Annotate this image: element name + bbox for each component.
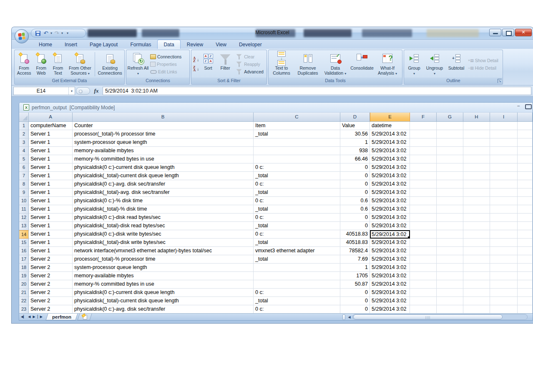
ungroup-button[interactable]: Ungroup▾	[424, 51, 445, 78]
cell-D22[interactable]: 0	[340, 297, 370, 305]
cell-F12[interactable]	[410, 214, 437, 222]
row-header-21[interactable]: 21	[19, 289, 29, 297]
cell-D21[interactable]: 0	[340, 289, 370, 297]
row-header-2[interactable]: 2	[19, 130, 29, 138]
column-header-D[interactable]: D	[340, 113, 370, 122]
cell-I14[interactable]	[490, 230, 518, 239]
undo-dropdown[interactable]: ▾	[50, 31, 52, 35]
cell-C10[interactable]: 0 c:	[254, 197, 340, 205]
minimize-button[interactable]	[489, 29, 501, 36]
consolidate-button[interactable]: » Consolidate	[349, 51, 375, 78]
cell-I1[interactable]	[490, 122, 518, 130]
cell-H22[interactable]	[463, 297, 490, 305]
cell-I11[interactable]	[490, 205, 518, 214]
cell-H10[interactable]	[463, 197, 490, 205]
cell-A9[interactable]: Server 1	[29, 188, 73, 197]
row-header-20[interactable]: 20	[19, 280, 29, 289]
cell-D12[interactable]: 0	[340, 214, 370, 222]
horizontal-scrollbar[interactable]: ||||	[352, 314, 528, 320]
row-header-9[interactable]: 9	[19, 188, 29, 197]
scroll-left-button[interactable]: ◀	[346, 314, 352, 320]
row-header-23[interactable]: 23	[19, 305, 29, 313]
cell-H18[interactable]	[463, 264, 490, 272]
prev-sheet-button[interactable]: ◀	[28, 315, 30, 319]
cell-C18[interactable]	[254, 264, 340, 272]
cell-A22[interactable]: Server 2	[29, 297, 73, 305]
cell-G2[interactable]	[437, 130, 463, 138]
cell-G23[interactable]	[437, 305, 463, 313]
cell-A4[interactable]: Server 1	[29, 147, 73, 155]
cell-G7[interactable]	[437, 172, 463, 180]
cell-H9[interactable]	[463, 188, 490, 197]
cell-E15[interactable]: 5/29/2014 3:02	[370, 239, 410, 247]
cell-B20[interactable]: memory-% committed bytes in use	[73, 280, 254, 289]
cell-B10[interactable]: physicaldisk(0 c:)-% disk time	[73, 197, 254, 205]
ribbon-tab-home[interactable]: Home	[33, 40, 58, 49]
row-header-7[interactable]: 7	[19, 172, 29, 180]
cell-E9[interactable]: 5/29/2014 3:02	[370, 188, 410, 197]
cell-C12[interactable]: 0 c:	[254, 214, 340, 222]
row-header-6[interactable]: 6	[19, 163, 29, 172]
cell-I13[interactable]	[490, 222, 518, 230]
cell-E11[interactable]: 5/29/2014 3:02	[370, 205, 410, 214]
cell-A18[interactable]: Server 2	[29, 264, 73, 272]
cell-H3[interactable]	[463, 138, 490, 147]
cell-E17[interactable]: 5/29/2014 3:02	[370, 255, 410, 264]
cell-F3[interactable]	[410, 138, 437, 147]
restore-button[interactable]	[502, 29, 514, 36]
cell-D7[interactable]: 0	[340, 172, 370, 180]
redo-button[interactable]: ↷	[53, 30, 60, 37]
cell-C9[interactable]: _total	[254, 188, 340, 197]
cell-D14[interactable]: 40518.83	[340, 230, 370, 239]
cell-F1[interactable]	[410, 122, 437, 130]
cell-A2[interactable]: Server 1	[29, 130, 73, 138]
column-header-E[interactable]: E	[370, 113, 410, 122]
cell-H4[interactable]	[463, 147, 490, 155]
cell-F22[interactable]	[410, 297, 437, 305]
cell-B22[interactable]: physicaldisk(_total)-current disk queue …	[73, 297, 254, 305]
cell-E8[interactable]: 5/29/2014 3:02	[370, 180, 410, 188]
filter-button[interactable]: Filter	[216, 51, 234, 78]
cell-H23[interactable]	[463, 305, 490, 313]
cell-F15[interactable]	[410, 239, 437, 247]
cell-C11[interactable]: _total	[254, 205, 340, 214]
cell-B12[interactable]: physicaldisk(0 c:)-disk read bytes/sec	[73, 214, 254, 222]
cell-A12[interactable]: Server 1	[29, 214, 73, 222]
cell-C15[interactable]: _total	[254, 239, 340, 247]
cell-G22[interactable]	[437, 297, 463, 305]
cell-E2[interactable]: 5/29/2014 3:02	[370, 130, 410, 138]
dialog-launcher-icon[interactable]	[498, 79, 502, 83]
cell-E20[interactable]: 5/29/2014 3:02	[370, 280, 410, 289]
cell-F8[interactable]	[410, 180, 437, 188]
cell-A6[interactable]: Server 1	[29, 163, 73, 172]
cell-E22[interactable]: 5/29/2014 3:02	[370, 297, 410, 305]
formula-input[interactable]: 5/29/2014 3:02:10 AM	[103, 87, 531, 95]
cell-G16[interactable]	[437, 247, 463, 255]
cell-A16[interactable]: Server 1	[29, 247, 73, 255]
show-detail-button[interactable]: +▤ Show Detail	[468, 57, 498, 64]
cell-H12[interactable]	[463, 214, 490, 222]
cell-G18[interactable]	[437, 264, 463, 272]
cell-E1[interactable]: datetime	[370, 122, 410, 130]
cell-G19[interactable]	[437, 272, 463, 280]
cell-I7[interactable]	[490, 172, 518, 180]
cell-G17[interactable]	[437, 255, 463, 264]
cell-C20[interactable]	[254, 280, 340, 289]
insert-function-button[interactable]: fx	[91, 88, 102, 94]
cell-I3[interactable]	[490, 138, 518, 147]
ribbon-tab-developer[interactable]: Developer	[233, 40, 268, 49]
reapply-button[interactable]: Reapply	[235, 61, 264, 68]
cell-C8[interactable]: 0 c:	[254, 180, 340, 188]
cell-B14[interactable]: physicaldisk(0 c:)-disk write bytes/sec	[73, 230, 254, 239]
from-access-button[interactable]: From Access	[15, 51, 33, 78]
insert-worksheet-button[interactable]	[77, 314, 92, 320]
cell-C23[interactable]: 0 c:	[254, 305, 340, 313]
doc-minimize-button[interactable]: −	[513, 103, 524, 110]
cell-G13[interactable]	[437, 222, 463, 230]
row-header-14[interactable]: 14	[19, 230, 29, 239]
advanced-filter-button[interactable]: Advanced	[235, 68, 264, 75]
cell-E19[interactable]: 5/29/2014 3:02	[370, 272, 410, 280]
cell-H13[interactable]	[463, 222, 490, 230]
sheet-tab-perfmon[interactable]: perfmon	[45, 314, 78, 320]
clear-filter-button[interactable]: Clear	[235, 53, 264, 60]
